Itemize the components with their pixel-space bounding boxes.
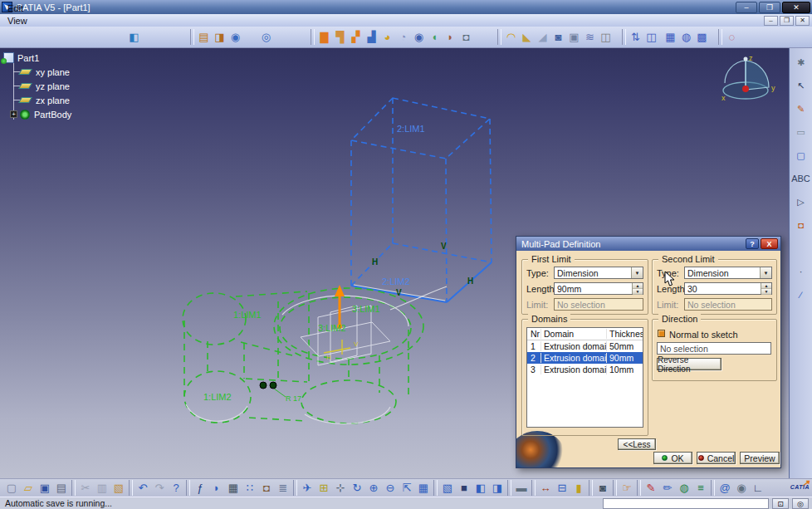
fly-icon[interactable]: ✈ — [299, 480, 316, 496]
menu-item[interactable]: Edit — [0, 2, 85, 14]
formula-icon[interactable]: ƒ — [192, 480, 208, 496]
circ-pattern-icon[interactable]: ◍ — [678, 29, 694, 45]
ok-button[interactable]: OK — [653, 452, 692, 464]
restore-button[interactable]: ❐ — [759, 2, 780, 13]
shell-icon[interactable]: ◙ — [550, 29, 566, 45]
line-icon[interactable]: ∕ — [793, 287, 809, 303]
reverse-direction-button[interactable]: Reverse Direction — [657, 358, 722, 370]
open-catalog-icon[interactable]: ◨ — [212, 29, 227, 45]
pen-icon[interactable]: ✎ — [643, 480, 659, 496]
globe-pen-icon[interactable]: ◍ — [676, 480, 692, 496]
calculator-icon[interactable]: ▦ — [225, 480, 242, 496]
shaded-view-icon[interactable]: ■ — [456, 480, 472, 496]
dialog-help-button[interactable]: ? — [746, 238, 759, 249]
axis-icon[interactable]: ∟ — [750, 480, 766, 496]
tree-item-partbody[interactable]: + PartBody — [10, 107, 71, 121]
copy-icon[interactable]: ▥ — [94, 480, 110, 496]
tree-item-zx-plane[interactable]: zx plane — [18, 93, 71, 107]
user-pattern-icon[interactable]: ▩ — [694, 29, 710, 45]
render-style2-icon[interactable]: ◨ — [489, 480, 506, 496]
redo-icon[interactable]: ↷ — [151, 480, 168, 496]
spinner-buttons[interactable]: ▲▼ — [761, 283, 771, 294]
first-limit-length-input[interactable]: 90mm ▲▼ — [554, 282, 643, 295]
pad-icon[interactable]: ▇ — [316, 29, 332, 45]
spiral-icon[interactable]: @ — [717, 480, 733, 496]
pad-view-icon[interactable]: ▢ — [793, 148, 809, 164]
point-icon[interactable]: · — [793, 264, 809, 280]
fit-all-icon[interactable]: ⊞ — [316, 480, 332, 496]
structure-icon[interactable]: ∷ — [242, 480, 258, 496]
stiffener-icon[interactable]: ◘ — [458, 29, 474, 45]
ruler-icon[interactable]: ↔ — [537, 480, 554, 496]
cancel-button[interactable]: Cancel — [697, 452, 736, 464]
rules-icon[interactable]: ≣ — [275, 480, 291, 496]
title-bar[interactable]: CATIA V5 - [Part1] – ❐ ✕ — [0, 0, 812, 14]
command-input[interactable] — [603, 498, 769, 509]
render-style-icon[interactable]: ◧ — [472, 480, 489, 496]
domain-row[interactable]: 2 Extrusion domai... 90mm — [527, 352, 643, 364]
direction-reference-field[interactable]: No selection — [657, 342, 771, 355]
annotation-icon[interactable]: ABC — [793, 171, 809, 187]
save-icon[interactable]: ▣ — [37, 480, 53, 496]
status-search-icon[interactable]: ◎ — [792, 498, 809, 509]
second-limit-length-input[interactable]: 30 ▲▼ — [684, 282, 772, 295]
transformation-icon[interactable]: ⇅ — [628, 29, 643, 45]
scaling-icon[interactable]: ◌ — [724, 29, 740, 45]
sketch-icon[interactable]: ✎ — [793, 101, 809, 117]
tree-item-yz-plane[interactable]: yz plane — [18, 79, 71, 93]
new-icon[interactable]: ▢ — [3, 480, 20, 496]
comment-icon[interactable]: ◗ — [208, 480, 225, 496]
fillet-icon[interactable]: ◠ — [503, 29, 519, 45]
zoom-in-icon[interactable]: ⊕ — [365, 480, 382, 496]
open-icon[interactable]: ▱ — [20, 480, 37, 496]
less-button[interactable]: <<Less — [618, 438, 656, 450]
menu-item[interactable]: View — [0, 14, 85, 27]
rib-icon[interactable]: ◖ — [427, 29, 443, 45]
camera-icon[interactable]: ◙ — [594, 480, 611, 496]
rotate-icon[interactable]: ↻ — [349, 480, 365, 496]
thread-icon[interactable]: ≋ — [582, 29, 598, 45]
dialog-title-bar[interactable]: Multi-Pad Definition — [516, 237, 780, 251]
mdi-minimize-button[interactable]: – — [764, 16, 778, 26]
remove-face-icon[interactable]: ◫ — [598, 29, 614, 45]
iso-view-icon[interactable]: ▧ — [439, 480, 456, 496]
zoom-out-icon[interactable]: ⊖ — [382, 480, 399, 496]
tree-item-xy-plane[interactable]: xy plane — [18, 65, 71, 79]
drafted-pad-icon[interactable]: ▜ — [332, 29, 348, 45]
hole-icon[interactable]: ◉ — [411, 29, 427, 45]
normal-to-sketch-checkbox[interactable] — [658, 330, 665, 337]
multi-pad-icon[interactable]: ▞ — [348, 29, 364, 45]
hand-icon[interactable]: ☞ — [619, 480, 635, 496]
rect-pattern-icon[interactable]: ▦ — [663, 29, 678, 45]
painter-icon[interactable]: ✏ — [659, 480, 676, 496]
first-limit-limit-field[interactable]: No selection — [554, 298, 643, 311]
help-icon[interactable]: ? — [168, 480, 184, 496]
status-dialog-icon[interactable]: ⊡ — [772, 498, 789, 509]
multi-view-icon[interactable]: ▦ — [415, 480, 432, 496]
mdi-restore-button[interactable]: ❐ — [780, 16, 794, 26]
preview-button[interactable]: Preview — [740, 452, 780, 464]
expand-icon[interactable]: + — [10, 110, 17, 118]
chevron-down-icon[interactable]: ▼ — [631, 267, 643, 278]
join-icon[interactable]: ◎ — [258, 29, 274, 45]
shaft-icon[interactable]: ◕ — [379, 29, 395, 45]
view-frame-icon[interactable]: ▭ — [793, 125, 809, 140]
print-icon[interactable]: ▤ — [53, 480, 70, 496]
pocket-icon[interactable]: ▟ — [364, 29, 379, 45]
dialog-close-button[interactable]: X — [761, 238, 778, 249]
mouse-icon[interactable]: ◉ — [733, 480, 750, 496]
minimize-button[interactable]: – — [736, 2, 757, 13]
layers-icon[interactable]: ≡ — [692, 480, 709, 496]
sketcher-icon[interactable]: ◧ — [126, 29, 142, 45]
chevron-down-icon[interactable]: ▼ — [760, 267, 771, 278]
groove-icon[interactable]: ◔ — [395, 29, 411, 45]
spinner-buttons[interactable]: ▲▼ — [632, 283, 643, 294]
draft-icon[interactable]: ◢ — [535, 29, 550, 45]
mdi-close-button[interactable]: ✕ — [795, 16, 810, 26]
snap-icon[interactable]: ⊟ — [554, 480, 570, 496]
chamfer-icon[interactable]: ◣ — [519, 29, 535, 45]
flag-note-icon[interactable]: ▷ — [793, 194, 809, 210]
instantiate-icon[interactable]: ◉ — [227, 29, 243, 45]
domain-row[interactable]: 1 Extrusion domai... 50mm — [527, 340, 643, 352]
domain-row[interactable]: 3 Extrusion domai... 10mm — [527, 364, 643, 375]
